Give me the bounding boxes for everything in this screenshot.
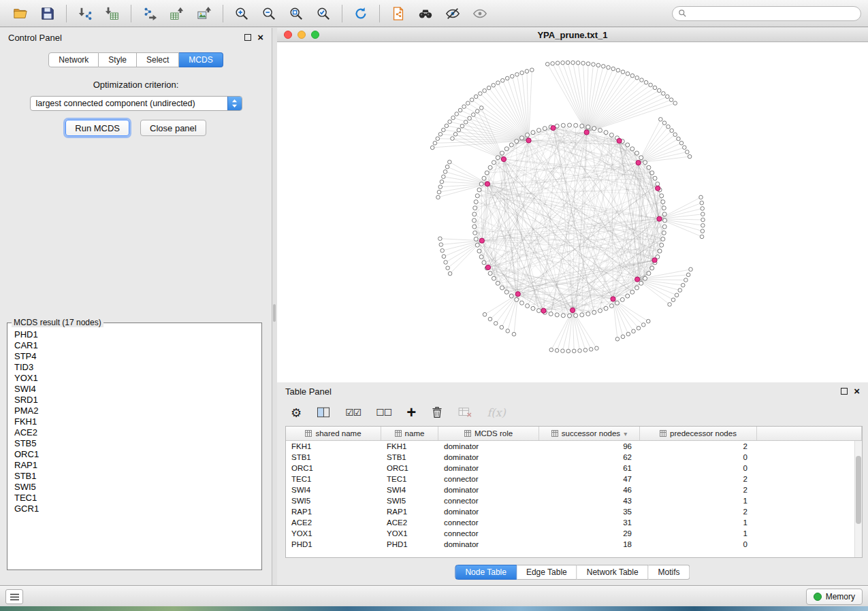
graph-node[interactable] — [626, 294, 630, 298]
graph-node[interactable] — [475, 110, 479, 114]
deselect-all-button[interactable]: ☐☐ — [376, 407, 391, 418]
graph-node[interactable] — [684, 278, 688, 282]
graph-node[interactable] — [433, 141, 437, 145]
graph-node[interactable] — [530, 68, 534, 72]
graph-node[interactable] — [472, 113, 476, 117]
add-row-button[interactable]: + — [406, 406, 416, 418]
graph-node[interactable] — [630, 290, 634, 294]
graph-node[interactable] — [549, 312, 553, 316]
search-input[interactable] — [690, 8, 855, 19]
graph-node[interactable] — [662, 121, 666, 125]
graph-node[interactable] — [441, 128, 445, 132]
graph-hub-node[interactable] — [584, 130, 589, 135]
tab-style[interactable]: Style — [99, 52, 137, 67]
graph-node[interactable] — [650, 171, 654, 175]
network-canvas[interactable] — [277, 42, 868, 382]
graph-node[interactable] — [506, 329, 510, 333]
close-panel-button[interactable]: Close panel — [140, 120, 206, 136]
graph-node[interactable] — [545, 62, 549, 66]
graph-hub-node[interactable] — [617, 138, 622, 143]
graph-node[interactable] — [580, 313, 584, 317]
table-row[interactable]: TEC1TEC1connector472 — [286, 474, 862, 484]
graph-node[interactable] — [448, 160, 452, 164]
graph-node[interactable] — [639, 281, 643, 285]
graph-node[interactable] — [446, 266, 450, 270]
graph-node[interactable] — [595, 346, 599, 350]
graph-node[interactable] — [438, 185, 443, 189]
graph-node[interactable] — [686, 150, 690, 154]
graph-node[interactable] — [609, 304, 613, 308]
graph-node[interactable] — [531, 306, 535, 310]
graph-node[interactable] — [635, 76, 639, 80]
table-row[interactable]: ACE2ACE2connector311 — [286, 517, 862, 528]
graph-node[interactable] — [536, 309, 541, 313]
graph-node[interactable] — [586, 312, 590, 316]
graph-node[interactable] — [678, 288, 682, 293]
graph-node[interactable] — [661, 200, 665, 204]
graph-node[interactable] — [701, 212, 705, 216]
show-details-button[interactable] — [466, 3, 494, 24]
graph-node[interactable] — [688, 154, 692, 159]
graph-node[interactable] — [525, 69, 529, 73]
graph-hub-node[interactable] — [635, 277, 640, 282]
graph-node[interactable] — [472, 212, 477, 216]
graph-hub-node[interactable] — [636, 161, 641, 165]
mcds-result-item[interactable]: FKH1 — [14, 416, 261, 427]
tab-mcds[interactable]: MCDS — [179, 52, 223, 67]
graph-node[interactable] — [574, 314, 578, 318]
graph-node[interactable] — [598, 128, 602, 132]
graph-node[interactable] — [568, 123, 572, 127]
graph-node[interactable] — [444, 261, 448, 265]
graph-node[interactable] — [630, 73, 634, 78]
graph-node[interactable] — [466, 101, 470, 105]
graph-node[interactable] — [472, 225, 477, 229]
tab-edge-table[interactable]: Edge Table — [517, 565, 577, 580]
graph-node[interactable] — [474, 237, 478, 241]
graph-node[interactable] — [487, 86, 491, 90]
graph-node[interactable] — [430, 146, 434, 150]
float-panel-icon[interactable] — [841, 388, 848, 395]
table-scrollbar-track[interactable] — [854, 441, 862, 557]
zoom-selected-button[interactable] — [310, 3, 337, 24]
graph-node[interactable] — [653, 176, 657, 180]
graph-node[interactable] — [662, 92, 666, 96]
graph-node[interactable] — [686, 273, 690, 277]
show-columns-button[interactable] — [317, 406, 330, 418]
table-scrollbar-thumb[interactable] — [856, 456, 861, 524]
graph-node[interactable] — [620, 297, 624, 301]
graph-node[interactable] — [660, 194, 664, 198]
graph-node[interactable] — [555, 313, 559, 317]
tab-network-table[interactable]: Network Table — [577, 565, 649, 580]
column-header-successor-nodes[interactable]: successor nodes ▾ — [539, 427, 640, 440]
memory-button[interactable]: Memory — [806, 589, 863, 605]
graph-node[interactable] — [462, 105, 466, 109]
graph-node[interactable] — [647, 165, 651, 169]
graph-node[interactable] — [504, 290, 509, 294]
column-header-shared-name[interactable]: shared name — [286, 427, 381, 440]
graph-node[interactable] — [451, 116, 455, 120]
graph-node[interactable] — [663, 218, 667, 222]
graph-node[interactable] — [439, 243, 443, 247]
graph-node[interactable] — [586, 125, 590, 129]
import-network-button[interactable] — [71, 3, 99, 24]
mcds-result-item[interactable]: ACE2 — [14, 427, 261, 438]
graph-node[interactable] — [641, 323, 645, 327]
mcds-result-item[interactable]: STP4 — [14, 351, 261, 362]
graph-node[interactable] — [561, 123, 565, 127]
graph-hub-node[interactable] — [479, 238, 484, 243]
graph-node[interactable] — [526, 304, 530, 308]
close-panel-icon[interactable]: × — [257, 34, 263, 41]
graph-node[interactable] — [479, 106, 483, 110]
table-row[interactable]: SWI4SWI4dominator462 — [286, 484, 862, 495]
graph-node[interactable] — [671, 298, 675, 302]
graph-node[interactable] — [509, 143, 513, 147]
graph-hub-node[interactable] — [485, 265, 490, 269]
graph-hub-node[interactable] — [526, 138, 531, 143]
graph-node[interactable] — [515, 297, 519, 301]
graph-hub-node[interactable] — [485, 182, 489, 186]
graph-node[interactable] — [653, 86, 657, 90]
graph-node[interactable] — [551, 62, 555, 66]
graph-node[interactable] — [616, 68, 620, 72]
graph-node[interactable] — [470, 98, 474, 102]
graph-node[interactable] — [574, 123, 578, 127]
